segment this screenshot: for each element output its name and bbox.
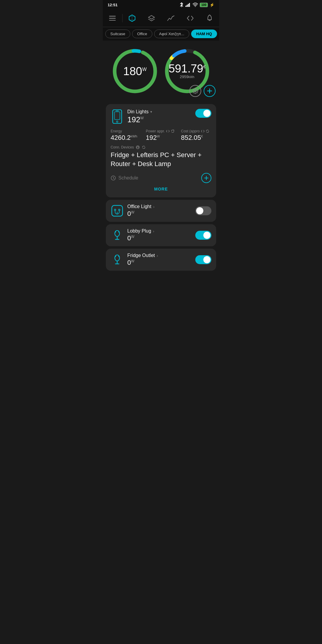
power-approx-value: 192W — [146, 134, 176, 142]
office-light-chevron: › — [153, 205, 154, 209]
lobby-plug-chevron: › — [153, 229, 154, 233]
code-inline-icon — [166, 130, 170, 133]
toggle-thumb — [203, 110, 210, 117]
device-power: 192W — [127, 115, 152, 124]
nav-code-icon[interactable] — [180, 13, 200, 23]
more-button[interactable]: MORE — [111, 183, 211, 193]
office-light-power: 0W — [127, 210, 154, 218]
energy-label: Energy — [111, 129, 141, 133]
power-gauge-center: 180W — [123, 66, 147, 77]
fridge-outlet-card: Fridge Outlet › 0W — [106, 249, 216, 271]
fridge-outlet-toggle-track — [195, 255, 211, 264]
nav-layers-icon[interactable] — [142, 13, 161, 24]
refresh-conn-icon — [142, 145, 146, 149]
schedule-add-button[interactable] — [201, 173, 211, 183]
nav-chart-icon[interactable] — [161, 13, 180, 24]
svg-rect-26 — [112, 205, 123, 216]
svg-rect-5 — [109, 16, 116, 17]
connected-devices-section: Conn. Devices Fridge + Lefteris PC + Ser… — [111, 145, 211, 168]
lobby-plug-left: Lobby Plug › 0W — [111, 228, 154, 242]
bluetooth-icon — [179, 2, 184, 7]
signal-icon — [185, 3, 191, 7]
svg-rect-7 — [109, 20, 116, 21]
svg-point-20 — [117, 121, 118, 123]
wifi-icon — [193, 3, 198, 7]
plug-icon-fridge — [111, 253, 124, 266]
tab-bar: Suitcase Office Αφοί Χατζηπ... HAM HQ — [103, 27, 219, 41]
device-stats: Energy 4260.2kWh Power appr. — [111, 129, 211, 142]
power-unit: W — [142, 67, 147, 72]
office-light-name: Office Light › — [127, 204, 154, 209]
tab-hamhq[interactable]: HAM HQ — [191, 30, 217, 38]
office-light-info: Office Light › 0W — [127, 204, 154, 218]
fridge-outlet-toggle[interactable] — [195, 255, 211, 264]
gauges-section: 180W 591.79€ 2959kWh — [103, 41, 219, 102]
tab-afoi[interactable]: Αφοί Χατζηπ... — [154, 30, 190, 38]
office-light-toggle-thumb — [196, 207, 203, 214]
battery-icon: 100 — [200, 3, 208, 7]
cost-value: 591.79€ — [168, 63, 205, 74]
stat-energy: Energy 4260.2kWh — [111, 129, 141, 142]
nav-menu-icon[interactable] — [103, 13, 122, 23]
office-light-left: Office Light › 0W — [111, 204, 154, 218]
device-left: Din Lights ▾ 192W — [111, 109, 152, 124]
charging-icon: ⚡ — [210, 3, 214, 7]
svg-rect-3 — [189, 3, 190, 7]
device-info: Din Lights ▾ 192W — [127, 109, 152, 124]
nav-cube-icon[interactable] — [123, 12, 142, 24]
office-light-toggle[interactable] — [195, 206, 211, 215]
power-approx-label: Power appr. — [146, 129, 176, 133]
tab-suitcase[interactable]: Suitcase — [105, 30, 130, 38]
stat-power-approx: Power appr. 192W — [146, 129, 176, 142]
tab-office[interactable]: Office — [132, 30, 152, 38]
energy-value: 4260.2kWh — [111, 134, 141, 142]
din-lights-card: Din Lights ▾ 192W Energy 4260.2kWh — [106, 104, 216, 197]
lobby-plug-card: Lobby Plug › 0W — [106, 224, 216, 246]
connected-devices-list: Fridge + Lefteris PC + Server + Router +… — [111, 151, 211, 168]
power-value: 180W — [123, 66, 147, 77]
fab-buttons — [189, 85, 216, 97]
nav-bell-icon[interactable] — [200, 12, 219, 24]
device-name-chevron: ▾ — [150, 110, 152, 114]
office-light-icon-box — [111, 204, 124, 217]
power-gauge: 180W — [110, 47, 160, 96]
svg-point-28 — [119, 209, 120, 211]
conn-devices-label: Conn. Devices — [111, 145, 211, 149]
din-lights-toggle[interactable] — [195, 109, 211, 118]
clock-icon — [111, 175, 116, 181]
fridge-outlet-left: Fridge Outlet › 0W — [111, 253, 158, 267]
cost-unit: € — [203, 64, 206, 69]
fridge-outlet-toggle-thumb — [203, 256, 210, 263]
code-icon-cost — [201, 130, 205, 133]
lobby-plug-power: 0W — [127, 234, 154, 242]
add-fab-button[interactable] — [204, 85, 216, 97]
cost-label: Cost (appro — [181, 129, 211, 133]
cost-approx-value: 852.05€ — [181, 134, 211, 142]
toggle-track — [195, 109, 211, 118]
refresh-icon-cost — [206, 129, 209, 133]
lobby-plug-toggle-thumb — [203, 232, 210, 239]
fridge-outlet-icon-box — [111, 253, 124, 266]
svg-rect-19 — [114, 112, 120, 120]
svg-rect-6 — [109, 18, 116, 19]
fridge-outlet-chevron: › — [157, 253, 158, 258]
stat-cost: Cost (appro 852.05€ — [181, 129, 211, 142]
device-header: Din Lights ▾ 192W — [111, 109, 211, 124]
lobby-plug-info: Lobby Plug › 0W — [127, 228, 154, 242]
lobby-plug-toggle-track — [195, 231, 211, 240]
svg-rect-2 — [188, 4, 189, 7]
lobby-plug-icon-box — [111, 229, 124, 242]
refresh-icon-small — [171, 129, 174, 133]
svg-rect-0 — [185, 6, 186, 7]
settings-fab-button[interactable] — [189, 85, 201, 97]
svg-point-27 — [114, 209, 116, 211]
lobby-plug-toggle[interactable] — [195, 231, 211, 240]
top-nav — [103, 10, 219, 27]
device-name: Din Lights ▾ — [127, 109, 152, 114]
svg-point-4 — [195, 6, 196, 7]
svg-rect-1 — [187, 5, 188, 7]
fridge-outlet-name: Fridge Outlet › — [127, 253, 158, 258]
time: 12:51 — [108, 3, 117, 7]
plug-icon-lobby — [111, 229, 124, 242]
device-icon-box — [111, 109, 124, 124]
